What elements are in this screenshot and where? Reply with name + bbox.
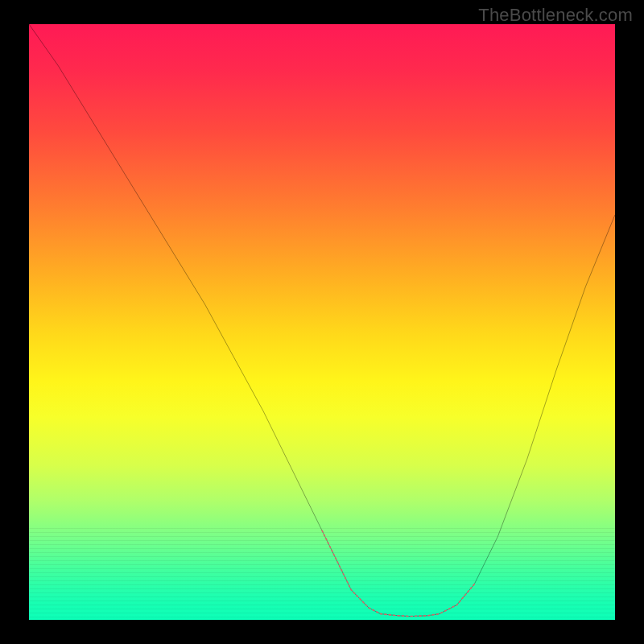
highlight-line xyxy=(322,530,474,617)
watermark-label: TheBottleneck.com xyxy=(478,5,633,26)
curve-line xyxy=(29,24,615,617)
chart-plot xyxy=(29,24,615,620)
chart-frame xyxy=(29,24,615,620)
